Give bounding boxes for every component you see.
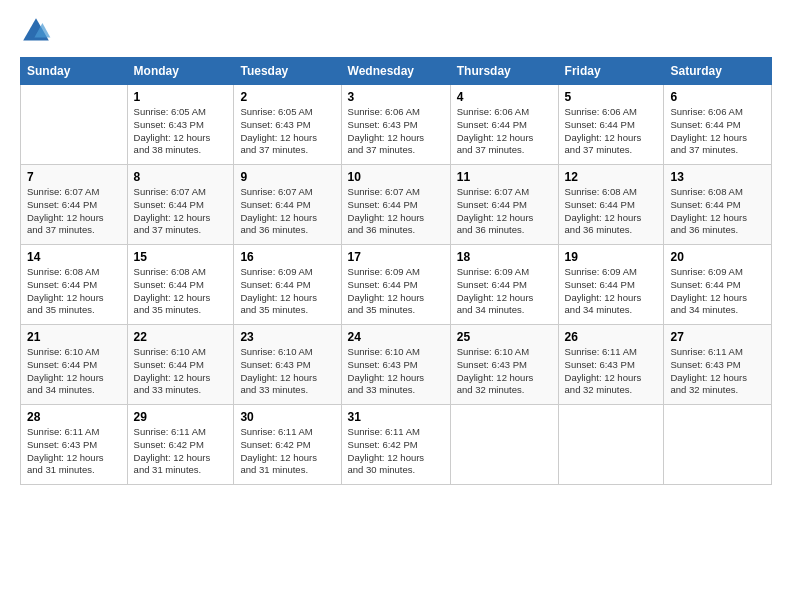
day-number: 7 xyxy=(27,170,121,184)
day-number: 2 xyxy=(240,90,334,104)
day-cell: 12Sunrise: 6:08 AMSunset: 6:44 PMDayligh… xyxy=(558,165,664,245)
day-cell: 11Sunrise: 6:07 AMSunset: 6:44 PMDayligh… xyxy=(450,165,558,245)
day-info: Sunrise: 6:06 AMSunset: 6:44 PMDaylight:… xyxy=(457,106,552,157)
day-cell: 26Sunrise: 6:11 AMSunset: 6:43 PMDayligh… xyxy=(558,325,664,405)
day-cell: 8Sunrise: 6:07 AMSunset: 6:44 PMDaylight… xyxy=(127,165,234,245)
page: SundayMondayTuesdayWednesdayThursdayFrid… xyxy=(0,0,792,612)
day-info: Sunrise: 6:07 AMSunset: 6:44 PMDaylight:… xyxy=(27,186,121,237)
day-info: Sunrise: 6:11 AMSunset: 6:43 PMDaylight:… xyxy=(27,426,121,477)
day-number: 6 xyxy=(670,90,765,104)
day-info: Sunrise: 6:06 AMSunset: 6:44 PMDaylight:… xyxy=(565,106,658,157)
day-cell: 23Sunrise: 6:10 AMSunset: 6:43 PMDayligh… xyxy=(234,325,341,405)
week-row-1: 1Sunrise: 6:05 AMSunset: 6:43 PMDaylight… xyxy=(21,85,772,165)
day-cell: 25Sunrise: 6:10 AMSunset: 6:43 PMDayligh… xyxy=(450,325,558,405)
day-number: 26 xyxy=(565,330,658,344)
day-info: Sunrise: 6:11 AMSunset: 6:42 PMDaylight:… xyxy=(240,426,334,477)
day-info: Sunrise: 6:11 AMSunset: 6:43 PMDaylight:… xyxy=(565,346,658,397)
day-info: Sunrise: 6:10 AMSunset: 6:43 PMDaylight:… xyxy=(348,346,444,397)
day-info: Sunrise: 6:10 AMSunset: 6:43 PMDaylight:… xyxy=(240,346,334,397)
day-number: 23 xyxy=(240,330,334,344)
day-number: 27 xyxy=(670,330,765,344)
day-info: Sunrise: 6:11 AMSunset: 6:42 PMDaylight:… xyxy=(348,426,444,477)
day-info: Sunrise: 6:09 AMSunset: 6:44 PMDaylight:… xyxy=(240,266,334,317)
day-number: 9 xyxy=(240,170,334,184)
logo xyxy=(20,15,56,47)
day-number: 10 xyxy=(348,170,444,184)
week-row-2: 7Sunrise: 6:07 AMSunset: 6:44 PMDaylight… xyxy=(21,165,772,245)
day-info: Sunrise: 6:11 AMSunset: 6:43 PMDaylight:… xyxy=(670,346,765,397)
day-number: 28 xyxy=(27,410,121,424)
day-number: 14 xyxy=(27,250,121,264)
col-header-monday: Monday xyxy=(127,58,234,85)
day-cell: 16Sunrise: 6:09 AMSunset: 6:44 PMDayligh… xyxy=(234,245,341,325)
calendar-table: SundayMondayTuesdayWednesdayThursdayFrid… xyxy=(20,57,772,485)
day-number: 12 xyxy=(565,170,658,184)
day-info: Sunrise: 6:07 AMSunset: 6:44 PMDaylight:… xyxy=(134,186,228,237)
day-number: 31 xyxy=(348,410,444,424)
day-cell: 31Sunrise: 6:11 AMSunset: 6:42 PMDayligh… xyxy=(341,405,450,485)
day-number: 11 xyxy=(457,170,552,184)
day-cell: 3Sunrise: 6:06 AMSunset: 6:43 PMDaylight… xyxy=(341,85,450,165)
day-number: 16 xyxy=(240,250,334,264)
day-number: 21 xyxy=(27,330,121,344)
day-cell: 17Sunrise: 6:09 AMSunset: 6:44 PMDayligh… xyxy=(341,245,450,325)
day-info: Sunrise: 6:05 AMSunset: 6:43 PMDaylight:… xyxy=(240,106,334,157)
day-info: Sunrise: 6:08 AMSunset: 6:44 PMDaylight:… xyxy=(670,186,765,237)
day-cell: 6Sunrise: 6:06 AMSunset: 6:44 PMDaylight… xyxy=(664,85,772,165)
day-number: 13 xyxy=(670,170,765,184)
day-number: 20 xyxy=(670,250,765,264)
col-header-thursday: Thursday xyxy=(450,58,558,85)
day-info: Sunrise: 6:10 AMSunset: 6:44 PMDaylight:… xyxy=(27,346,121,397)
day-cell xyxy=(558,405,664,485)
day-info: Sunrise: 6:06 AMSunset: 6:44 PMDaylight:… xyxy=(670,106,765,157)
day-info: Sunrise: 6:05 AMSunset: 6:43 PMDaylight:… xyxy=(134,106,228,157)
day-number: 5 xyxy=(565,90,658,104)
day-cell: 30Sunrise: 6:11 AMSunset: 6:42 PMDayligh… xyxy=(234,405,341,485)
day-cell: 5Sunrise: 6:06 AMSunset: 6:44 PMDaylight… xyxy=(558,85,664,165)
day-cell: 14Sunrise: 6:08 AMSunset: 6:44 PMDayligh… xyxy=(21,245,128,325)
day-cell: 15Sunrise: 6:08 AMSunset: 6:44 PMDayligh… xyxy=(127,245,234,325)
header-row: SundayMondayTuesdayWednesdayThursdayFrid… xyxy=(21,58,772,85)
day-cell: 7Sunrise: 6:07 AMSunset: 6:44 PMDaylight… xyxy=(21,165,128,245)
week-row-3: 14Sunrise: 6:08 AMSunset: 6:44 PMDayligh… xyxy=(21,245,772,325)
logo-icon xyxy=(20,15,52,47)
day-cell: 13Sunrise: 6:08 AMSunset: 6:44 PMDayligh… xyxy=(664,165,772,245)
day-cell: 18Sunrise: 6:09 AMSunset: 6:44 PMDayligh… xyxy=(450,245,558,325)
day-info: Sunrise: 6:07 AMSunset: 6:44 PMDaylight:… xyxy=(348,186,444,237)
day-number: 22 xyxy=(134,330,228,344)
day-number: 29 xyxy=(134,410,228,424)
day-cell: 24Sunrise: 6:10 AMSunset: 6:43 PMDayligh… xyxy=(341,325,450,405)
header xyxy=(20,15,772,47)
day-info: Sunrise: 6:07 AMSunset: 6:44 PMDaylight:… xyxy=(457,186,552,237)
day-cell: 10Sunrise: 6:07 AMSunset: 6:44 PMDayligh… xyxy=(341,165,450,245)
day-cell: 21Sunrise: 6:10 AMSunset: 6:44 PMDayligh… xyxy=(21,325,128,405)
day-number: 17 xyxy=(348,250,444,264)
day-info: Sunrise: 6:10 AMSunset: 6:44 PMDaylight:… xyxy=(134,346,228,397)
day-info: Sunrise: 6:11 AMSunset: 6:42 PMDaylight:… xyxy=(134,426,228,477)
day-cell: 20Sunrise: 6:09 AMSunset: 6:44 PMDayligh… xyxy=(664,245,772,325)
col-header-friday: Friday xyxy=(558,58,664,85)
day-number: 18 xyxy=(457,250,552,264)
col-header-tuesday: Tuesday xyxy=(234,58,341,85)
week-row-4: 21Sunrise: 6:10 AMSunset: 6:44 PMDayligh… xyxy=(21,325,772,405)
day-info: Sunrise: 6:09 AMSunset: 6:44 PMDaylight:… xyxy=(565,266,658,317)
day-cell xyxy=(450,405,558,485)
day-cell: 28Sunrise: 6:11 AMSunset: 6:43 PMDayligh… xyxy=(21,405,128,485)
week-row-5: 28Sunrise: 6:11 AMSunset: 6:43 PMDayligh… xyxy=(21,405,772,485)
day-cell: 2Sunrise: 6:05 AMSunset: 6:43 PMDaylight… xyxy=(234,85,341,165)
day-cell: 22Sunrise: 6:10 AMSunset: 6:44 PMDayligh… xyxy=(127,325,234,405)
day-info: Sunrise: 6:08 AMSunset: 6:44 PMDaylight:… xyxy=(27,266,121,317)
day-info: Sunrise: 6:07 AMSunset: 6:44 PMDaylight:… xyxy=(240,186,334,237)
day-number: 15 xyxy=(134,250,228,264)
day-info: Sunrise: 6:09 AMSunset: 6:44 PMDaylight:… xyxy=(457,266,552,317)
day-number: 4 xyxy=(457,90,552,104)
day-info: Sunrise: 6:09 AMSunset: 6:44 PMDaylight:… xyxy=(348,266,444,317)
day-cell: 1Sunrise: 6:05 AMSunset: 6:43 PMDaylight… xyxy=(127,85,234,165)
col-header-saturday: Saturday xyxy=(664,58,772,85)
day-cell: 27Sunrise: 6:11 AMSunset: 6:43 PMDayligh… xyxy=(664,325,772,405)
day-cell: 19Sunrise: 6:09 AMSunset: 6:44 PMDayligh… xyxy=(558,245,664,325)
day-info: Sunrise: 6:10 AMSunset: 6:43 PMDaylight:… xyxy=(457,346,552,397)
day-number: 8 xyxy=(134,170,228,184)
day-number: 30 xyxy=(240,410,334,424)
day-number: 24 xyxy=(348,330,444,344)
